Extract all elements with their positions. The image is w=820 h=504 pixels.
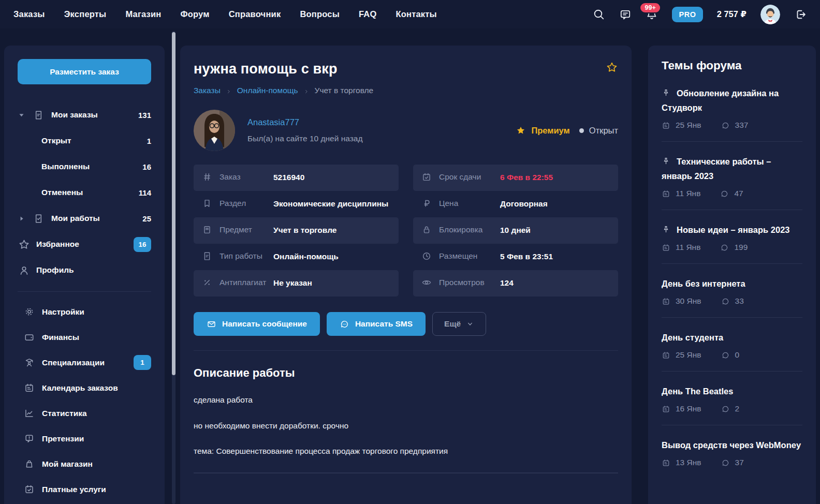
topic-comments-count: 47 xyxy=(734,189,743,198)
description-paragraph: тема: Совершенствование процесса продаж … xyxy=(194,446,618,457)
customer-avatar[interactable] xyxy=(194,110,235,151)
forum-divider xyxy=(662,425,802,425)
topic-date: 11 Янв xyxy=(676,243,700,252)
comment-icon xyxy=(720,189,729,198)
pro-badge[interactable]: PRO xyxy=(672,7,702,22)
hash-icon xyxy=(202,172,212,182)
messages-icon[interactable] xyxy=(619,8,632,21)
topic-title: Технические работы – январь 2023 xyxy=(662,157,771,181)
sidebar-item-favorites[interactable]: Избранное 16 xyxy=(18,231,151,257)
graduate-icon xyxy=(24,357,35,368)
detail-row-blocking: Блокировка 10 дней xyxy=(413,217,618,244)
nav-item-faq[interactable]: FAQ xyxy=(359,9,377,19)
customer-name-link[interactable]: Anastasia777 xyxy=(247,117,299,127)
forum-topic[interactable]: Технические работы – январь 2023 11 Янв … xyxy=(662,154,802,198)
calendar-icon xyxy=(24,382,35,393)
bag-icon xyxy=(24,458,35,469)
nav-item-shop[interactable]: Магазин xyxy=(125,9,161,19)
order-card: нужна помощь с вкр Заказы Онлайн-помощь … xyxy=(180,46,632,504)
sidebar-item-statistics[interactable]: Статистика xyxy=(18,401,151,426)
sms-bubble-icon xyxy=(340,319,349,329)
customer-row: Anastasia777 Был(а) на сайте 10 дней наз… xyxy=(194,110,618,151)
more-button[interactable]: Ещё xyxy=(432,312,486,336)
sidebar-item-count: 131 xyxy=(138,111,151,120)
star-icon xyxy=(18,239,30,250)
pin-icon xyxy=(662,87,670,96)
notifications-badge: 99+ xyxy=(639,2,661,14)
sidebar-item-label: Мой магазин xyxy=(42,459,151,469)
nav-item-reference[interactable]: Справочник xyxy=(229,9,281,19)
forum-topic[interactable]: Новые идеи – январь 2023 11 Янв 199 xyxy=(662,223,802,252)
topic-comments-count: 199 xyxy=(734,243,748,252)
detail-label: Раздел xyxy=(219,198,273,208)
logout-icon[interactable] xyxy=(794,8,807,21)
nav-item-experts[interactable]: Эксперты xyxy=(64,9,107,19)
write-message-button[interactable]: Написать сообщение xyxy=(194,312,320,336)
detail-value: Не указан xyxy=(273,277,390,288)
action-buttons: Написать сообщение Написать SMS Ещё xyxy=(194,312,618,336)
sidebar-item-order-calendar[interactable]: Календарь заказов xyxy=(18,375,151,401)
sidebar-item-specializations[interactable]: Специализации 1 xyxy=(18,350,151,375)
sidebar-scrollbar-track[interactable] xyxy=(172,31,175,504)
favorite-star-icon[interactable] xyxy=(606,61,618,73)
sidebar-item-paid-services[interactable]: Платные услуги xyxy=(18,477,151,502)
balance-amount[interactable]: 2 757 ₽ xyxy=(717,9,746,19)
calendar-icon xyxy=(662,351,670,360)
detail-row-section: Раздел Экономические дисциплины xyxy=(194,191,399,217)
forum-topic[interactable]: День The Beatles 16 Янв 2 xyxy=(662,384,802,413)
forum-topic[interactable]: День студента 25 Янв 0 xyxy=(662,330,802,360)
breadcrumb-current: Учет в торговле xyxy=(315,86,374,95)
detail-value: 124 xyxy=(500,277,610,288)
sidebar-item-profile[interactable]: Профиль xyxy=(18,257,151,283)
sidebar-item-completed[interactable]: Выполнены 16 xyxy=(18,154,151,180)
nav-item-orders[interactable]: Заказы xyxy=(13,9,45,19)
forum-topics-panel: Темы форума Обновление дизайна на Студво… xyxy=(648,46,816,504)
write-sms-button[interactable]: Написать SMS xyxy=(327,312,426,336)
user-avatar[interactable] xyxy=(760,5,780,24)
topic-comments-count: 337 xyxy=(735,121,749,130)
sidebar-item-label: Профиль xyxy=(36,265,151,275)
antiplagiat-icon xyxy=(202,277,212,288)
sidebar-item-claims[interactable]: Претензии xyxy=(18,426,151,451)
forum-topic[interactable]: День без интернета 30 Янв 33 xyxy=(662,276,802,306)
forum-topic[interactable]: Обновление дизайна на Студворк 25 Янв 33… xyxy=(662,86,802,130)
sidebar-item-my-shop[interactable]: Мой магазин xyxy=(18,451,151,477)
nav-item-forum[interactable]: Форум xyxy=(180,9,209,19)
sidebar-scrollbar-thumb[interactable] xyxy=(172,32,175,375)
breadcrumb-orders[interactable]: Заказы xyxy=(194,86,221,95)
breadcrumb: Заказы Онлайн-помощь Учет в торговле xyxy=(194,86,618,95)
sidebar-item-my-works[interactable]: Мои работы 25 xyxy=(18,205,151,231)
forum-divider xyxy=(662,317,802,318)
sidebar-item-label: Претензии xyxy=(42,434,151,443)
premium-star-icon xyxy=(516,125,526,136)
forum-divider xyxy=(662,210,802,210)
sidebar-item-open[interactable]: Открыт 1 xyxy=(18,128,151,154)
topic-date: 11 Янв xyxy=(676,189,700,198)
nav-item-contacts[interactable]: Контакты xyxy=(396,9,436,19)
gear-icon xyxy=(24,306,35,317)
ruble-icon xyxy=(421,198,432,209)
notifications-bell-icon[interactable]: 99+ xyxy=(646,8,658,21)
sidebar-item-settings[interactable]: Настройки xyxy=(18,299,151,324)
status-dot xyxy=(579,128,584,133)
description-paragraph: но необходимо внести доработки. срочно xyxy=(194,420,618,432)
sidebar-item-cancelled[interactable]: Отменены 114 xyxy=(18,180,151,205)
nav-item-questions[interactable]: Вопросы xyxy=(300,9,340,19)
status-label: Открыт xyxy=(589,126,618,136)
breadcrumb-online-help[interactable]: Онлайн-помощь xyxy=(237,86,298,95)
claim-bubble-icon xyxy=(24,433,35,444)
document-check-icon xyxy=(33,213,44,224)
post-order-button[interactable]: Разместить заказ xyxy=(18,59,151,84)
book-icon xyxy=(202,225,212,235)
comment-icon xyxy=(721,351,730,360)
topic-date: 25 Янв xyxy=(676,350,701,360)
calendar-icon xyxy=(662,121,670,130)
sidebar-item-my-orders[interactable]: Мои заказы 131 xyxy=(18,102,151,128)
search-icon[interactable] xyxy=(593,8,605,21)
wallet-icon xyxy=(24,332,35,343)
calendar-check-icon xyxy=(24,484,35,495)
topic-title: Вывод средств через WebMoney xyxy=(662,440,801,450)
forum-topic[interactable]: Вывод средств через WebMoney 13 Янв 37 xyxy=(662,438,802,467)
document-icon xyxy=(202,251,212,261)
sidebar-item-finances[interactable]: Финансы xyxy=(18,324,151,350)
